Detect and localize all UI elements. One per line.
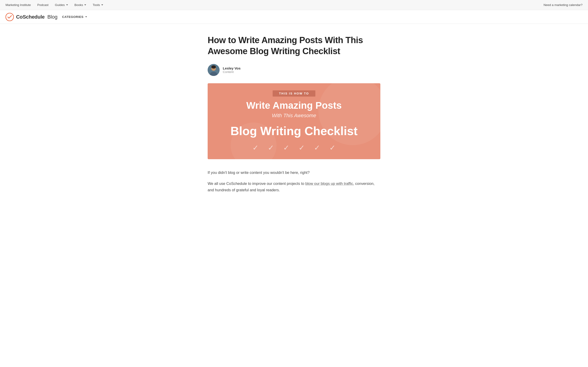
author-category: Content xyxy=(223,70,241,74)
checkmark-1: ✓ xyxy=(252,143,259,152)
image-main-title-line2: Blog Writing Checklist xyxy=(230,125,358,138)
author-info: Lesley Vos Content xyxy=(223,66,241,74)
author-avatar xyxy=(208,64,220,76)
nav-podcast[interactable]: Podcast xyxy=(37,3,48,7)
coschedule-logo-icon xyxy=(6,13,14,21)
checkmark-2: ✓ xyxy=(268,143,274,152)
checkmark-3: ✓ xyxy=(283,143,289,152)
svg-point-4 xyxy=(211,65,216,69)
blog-label: Blog xyxy=(47,14,57,20)
featured-image: THIS IS HOW TO Write Amazing Posts With … xyxy=(208,83,380,159)
tools-chevron-icon xyxy=(101,4,103,6)
traffic-link[interactable]: blow our blogs up with traffic xyxy=(305,181,353,186)
image-main-title-line1: Write Amazing Posts xyxy=(246,100,342,111)
categories-chevron-icon xyxy=(85,16,87,17)
body-paragraph-2: We all use CoSchedule to improve our con… xyxy=(208,180,380,193)
article-title: How to Write Amazing Posts With This Awe… xyxy=(208,35,380,57)
nav-marketing-institute[interactable]: Marketing Institute xyxy=(6,3,31,7)
svg-point-0 xyxy=(6,13,14,21)
logo-bar: CoSchedule Blog CATEGORIES xyxy=(0,10,588,24)
logo[interactable]: CoSchedule Blog xyxy=(6,13,57,21)
body-text-before-link: We all use CoSchedule to improve our con… xyxy=(208,181,305,186)
top-nav-cta[interactable]: Need a marketing calendar? xyxy=(544,3,582,7)
books-chevron-icon xyxy=(84,4,86,6)
nav-books[interactable]: Books xyxy=(74,3,86,7)
author-avatar-image xyxy=(208,64,220,76)
author-row: Lesley Vos Content xyxy=(208,64,380,76)
nav-tools[interactable]: Tools xyxy=(93,3,103,7)
image-checkmarks: ✓ ✓ ✓ ✓ ✓ ✓ xyxy=(252,143,336,152)
featured-image-background: THIS IS HOW TO Write Amazing Posts With … xyxy=(208,83,380,159)
guides-chevron-icon xyxy=(66,4,68,6)
top-nav-links: Marketing Institute Podcast Guides Books… xyxy=(6,3,103,7)
image-subtitle-line: With This Awesome xyxy=(269,113,319,120)
main-content: How to Write Amazing Posts With This Awe… xyxy=(202,24,386,207)
checkmark-5: ✓ xyxy=(314,143,320,152)
author-name: Lesley Vos xyxy=(223,66,241,70)
checkmark-4: ✓ xyxy=(299,143,305,152)
featured-image-content: THIS IS HOW TO Write Amazing Posts With … xyxy=(208,83,380,159)
image-subtitle-italic: With This Awesome xyxy=(272,113,316,119)
image-tag-banner: THIS IS HOW TO xyxy=(273,90,315,97)
brand-name: CoSchedule xyxy=(16,14,44,20)
nav-guides[interactable]: Guides xyxy=(55,3,68,7)
top-navigation: Marketing Institute Podcast Guides Books… xyxy=(0,0,588,10)
checkmark-6: ✓ xyxy=(329,143,336,152)
body-paragraph-1: If you didn't blog or write content you … xyxy=(208,169,380,176)
categories-button[interactable]: CATEGORIES xyxy=(61,14,88,20)
article-body: If you didn't blog or write content you … xyxy=(208,169,380,193)
